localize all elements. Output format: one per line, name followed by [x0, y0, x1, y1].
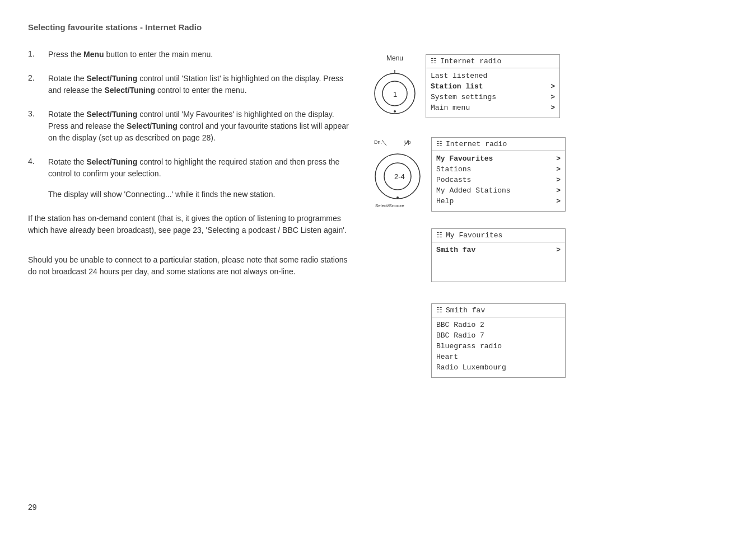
panel-1-item-station-list-arrow: > [550, 82, 555, 91]
panel-2-item-help: Help > [436, 196, 561, 207]
panel-2-item-my-favourites-label: My Favourites [436, 154, 493, 163]
svg-text:1: 1 [393, 90, 397, 99]
svg-line-7 [382, 140, 386, 146]
step-2-number: 2. [28, 73, 41, 82]
step-2-text: Rotate the Select/Tuning control until '… [48, 73, 353, 96]
panel-4-title: Smith fav [446, 306, 485, 315]
panel-4-item-radio-luxembourg: Radio Luxembourg [436, 362, 561, 373]
select-knob-svg: Dn. Up 2-4 Select/Snooze [370, 137, 426, 210]
step-3-number: 3. [28, 109, 41, 118]
steps-list: 1. Press the Menu button to enter the ma… [28, 49, 353, 200]
panel-1-item-last-listened: Last listened [431, 71, 555, 81]
step-4-text: Rotate the Select/Tuning control to high… [48, 157, 339, 178]
step-4-subtext: The display will show 'Connecting...' wh… [48, 190, 275, 199]
step-3-text: Rotate the Select/Tuning control until '… [48, 109, 353, 144]
panel-2-item-my-added-stations-label: My Added Stations [436, 186, 511, 195]
panel-4: ☷ Smith fav BBC Radio 2 BBC Radio 7 Blue… [431, 303, 566, 378]
panel-2: ☷ Internet radio My Favourites > Station… [431, 137, 566, 212]
panel-4-item-bbc-radio-2: BBC Radio 2 [436, 320, 561, 330]
panel-2-item-my-added-stations: My Added Stations > [436, 185, 561, 196]
panel-4-header: ☷ Smith fav [432, 304, 565, 317]
panel-4-item-heart-label: Heart [436, 353, 458, 361]
page-title: Selecting favourite stations - Internet … [28, 22, 728, 32]
step-1-number: 1. [28, 49, 41, 58]
panel-4-item-bbc-radio-2-label: BBC Radio 2 [436, 321, 484, 329]
step-2: 2. Rotate the Select/Tuning control unti… [28, 73, 353, 96]
panel-1: ☷ Internet radio Last listened Station l… [426, 54, 560, 118]
svg-point-11 [396, 196, 399, 199]
panel-1-item-station-list-label: Station list [431, 82, 483, 91]
step-1: 1. Press the Menu button to enter the ma… [28, 49, 353, 60]
panel-2-item-help-label: Help [436, 197, 454, 205]
panel-4-item-bbc-radio-7-label: BBC Radio 7 [436, 331, 484, 340]
panel-1-item-system-settings-arrow: > [550, 93, 555, 101]
panel-2-title: Internet radio [446, 140, 507, 148]
panel-1-item-system-settings: System settings > [431, 92, 555, 102]
panel-3-icon: ☷ [436, 231, 442, 240]
panel-2-item-my-favourites-arrow: > [556, 154, 561, 163]
step-4: 4. Rotate the Select/Tuning control to h… [28, 156, 353, 200]
svg-text:Dn.: Dn. [374, 139, 382, 145]
panel-1-title: Internet radio [440, 57, 501, 65]
panel-3-header: ☷ My Favourites [432, 229, 565, 242]
extra-text-2: Should you be unable to connect to a par… [28, 254, 353, 278]
panel-1-item-system-settings-label: System settings [431, 93, 496, 101]
panel-3-title: My Favourites [446, 231, 502, 240]
panel-4-item-heart: Heart [436, 352, 561, 362]
panel-2-item-my-added-stations-arrow: > [556, 186, 561, 195]
step-3: 3. Rotate the Select/Tuning control unti… [28, 109, 353, 144]
panel-3: ☷ My Favourites Smith fav > [431, 228, 566, 282]
panel-1-item-main-menu: Main menu > [431, 102, 555, 113]
panel-1-item-main-menu-arrow: > [550, 104, 555, 112]
panel-1-item-main-menu-label: Main menu [431, 104, 470, 112]
panel-4-icon: ☷ [436, 306, 442, 315]
panel-3-item-smith-fav-label: Smith fav [436, 246, 475, 254]
panel-1-icon: ☷ [431, 57, 437, 65]
panel-2-item-my-favourites: My Favourites > [436, 153, 561, 164]
panel-1-header: ☷ Internet radio [426, 55, 559, 68]
panel-4-item-bbc-radio-7: BBC Radio 7 [436, 330, 561, 341]
menu-knob-svg: 1 [370, 64, 420, 120]
menu-label: Menu [386, 54, 403, 62]
svg-point-2 [394, 110, 396, 113]
panel-3-item-smith-fav: Smith fav > [436, 245, 561, 255]
panel-2-item-podcasts: Podcasts > [436, 175, 561, 185]
panel-2-item-stations-arrow: > [556, 165, 561, 174]
svg-text:2-4: 2-4 [394, 172, 405, 181]
panel-4-item-bluegrass-radio: Bluegrass radio [436, 341, 561, 352]
panel-2-item-stations-label: Stations [436, 165, 471, 174]
panel-2-item-podcasts-label: Podcasts [436, 176, 471, 184]
select-knob-diagram: Dn. Up 2-4 Select/Snooze [370, 137, 426, 210]
page-number: 29 [28, 503, 37, 512]
panel-4-item-bluegrass-radio-label: Bluegrass radio [436, 342, 502, 350]
panel-4-item-radio-luxembourg-label: Radio Luxembourg [436, 363, 506, 372]
panel-2-item-help-arrow: > [556, 197, 561, 205]
panel-2-item-podcasts-arrow: > [556, 176, 561, 184]
menu-knob-diagram: Menu 1 [370, 54, 420, 120]
extra-text-1: If the station has on-demand content (th… [28, 213, 353, 236]
step-1-text: Press the Menu button to enter the main … [48, 49, 213, 60]
panel-3-item-smith-fav-arrow: > [556, 246, 561, 254]
panel-2-icon: ☷ [436, 140, 442, 148]
step-4-number: 4. [28, 156, 41, 166]
panel-1-item-station-list: Station list > [431, 81, 555, 92]
svg-text:Select/Snooze: Select/Snooze [375, 203, 404, 208]
panel-2-header: ☷ Internet radio [432, 138, 565, 151]
panel-2-item-stations: Stations > [436, 164, 561, 175]
panel-1-item-last-listened-label: Last listened [431, 72, 487, 80]
